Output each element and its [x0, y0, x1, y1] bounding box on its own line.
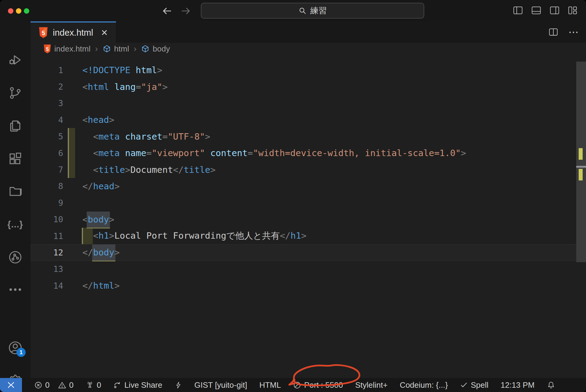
search-icon	[298, 7, 307, 15]
code-line[interactable]: 5 <meta charset="UTF-8">	[31, 128, 576, 145]
circle-slash-icon	[293, 381, 301, 389]
code-line[interactable]: 12</body>	[31, 244, 576, 261]
notifications-status[interactable]	[547, 381, 555, 389]
line-number: 1	[31, 66, 63, 75]
remote-icon	[7, 381, 15, 389]
lightning-bolt-icon	[175, 381, 182, 389]
debug-icon	[8, 53, 23, 67]
line-number: 3	[31, 98, 63, 108]
activity-bar: {...} 1	[0, 21, 31, 378]
panel-left-icon	[513, 6, 523, 15]
line-number: 10	[31, 215, 63, 224]
line-number: 13	[31, 264, 63, 274]
code-line[interactable]: 2<html lang="ja">	[31, 78, 576, 95]
breadcrumb-item-body[interactable]: body	[141, 44, 170, 54]
symbol-cube-icon	[141, 45, 150, 53]
toggle-primary-sidebar-button[interactable]	[513, 5, 523, 16]
toggle-secondary-sidebar-button[interactable]	[549, 5, 560, 16]
code-line[interactable]: 7 <title>Document</title>	[31, 161, 576, 178]
stylelint-status[interactable]: Stylelint+	[355, 380, 388, 390]
stylelint-label: Stylelint+	[355, 380, 388, 390]
more-actions-button[interactable]: ⋯	[568, 26, 579, 38]
close-window-button[interactable]	[8, 8, 13, 14]
split-editor-icon	[549, 28, 558, 36]
ports-status[interactable]: 0	[86, 380, 101, 390]
html5-file-icon: 5	[38, 27, 48, 38]
code-line[interactable]: 14</html>	[31, 277, 576, 294]
problems-status[interactable]: 0 0	[34, 380, 74, 390]
toggle-panel-button[interactable]	[531, 5, 541, 16]
command-center-search[interactable]: 練習	[201, 3, 424, 19]
minimize-window-button[interactable]	[16, 8, 21, 14]
code-text: </body>	[63, 247, 120, 258]
code-editor[interactable]: 1<!DOCTYPE html>2<html lang="ja">34<head…	[31, 55, 586, 378]
chevron-right-icon: ›	[133, 44, 137, 54]
spell-status[interactable]: Spell	[460, 380, 488, 390]
clock-status[interactable]: 12:13 PM	[501, 380, 534, 390]
live-share-label: Live Share	[124, 380, 162, 390]
language-mode-status[interactable]: HTML	[259, 380, 281, 390]
code-line[interactable]: 13	[31, 261, 576, 277]
run-and-debug-button[interactable]	[0, 52, 31, 68]
breadcrumb-body-label: body	[153, 44, 170, 54]
line-number: 11	[31, 231, 63, 241]
folder-view-button[interactable]	[0, 183, 31, 199]
port-label: Port : 5500	[304, 380, 343, 390]
live-share-status[interactable]: Live Share	[113, 380, 162, 390]
search-value: 練習	[310, 5, 327, 16]
codeium-status[interactable]: Codeium: {...}	[400, 380, 448, 390]
split-editor-button[interactable]	[549, 28, 558, 36]
code-line[interactable]: 10<body>	[31, 211, 576, 228]
code-line[interactable]: 3	[31, 95, 576, 112]
extensions-button[interactable]	[0, 151, 31, 166]
breadcrumb-item-file[interactable]: 5 index.html	[43, 44, 91, 54]
json-tools-button[interactable]: {...}	[0, 216, 31, 232]
close-tab-icon[interactable]: ✕	[101, 28, 108, 38]
source-control-button[interactable]	[0, 85, 31, 101]
navigate-back-button[interactable]	[161, 5, 173, 17]
radio-tower-icon	[86, 381, 94, 389]
tab-index-html[interactable]: 5 index.html ✕	[31, 21, 116, 43]
arrow-left-icon	[161, 5, 172, 16]
error-count: 0	[45, 380, 49, 390]
code-text: <html lang="ja">	[63, 82, 168, 92]
code-text: </html>	[63, 280, 120, 291]
arrow-right-icon	[180, 5, 191, 16]
customize-layout-button[interactable]	[568, 5, 578, 16]
share-circle-button[interactable]	[0, 249, 31, 265]
check-icon	[460, 381, 468, 389]
svg-text:5: 5	[42, 30, 45, 36]
port-status[interactable]: Port : 5500	[293, 380, 343, 390]
code-text: <head>	[63, 115, 114, 125]
line-number: 7	[31, 165, 63, 174]
ruler-modified-marker	[579, 148, 583, 160]
line-number: 9	[31, 198, 63, 208]
code-line[interactable]: 4<head>	[31, 112, 576, 128]
bolt-status[interactable]	[175, 381, 182, 389]
scrollbar-slider[interactable]	[576, 62, 586, 262]
accounts-button[interactable]: 1	[0, 340, 31, 356]
code-line[interactable]: 9	[31, 194, 576, 211]
chevron-right-icon: ›	[95, 44, 99, 54]
code-text: <title>Document</title>	[63, 165, 216, 175]
breadcrumb-html-label: html	[114, 44, 129, 54]
code-line[interactable]: 8</head>	[31, 178, 576, 194]
language-label: HTML	[259, 380, 281, 390]
code-line[interactable]: 11 <h1>Local Port Forwardingで他人と共有</h1>	[31, 228, 576, 244]
code-line[interactable]: 1<!DOCTYPE html>	[31, 62, 576, 78]
zoom-window-button[interactable]	[24, 8, 29, 14]
breadcrumb-item-html[interactable]: html	[103, 44, 129, 54]
code-lines: 1<!DOCTYPE html>2<html lang="ja">34<head…	[31, 62, 576, 294]
code-text: <meta name="viewport" content="width=dev…	[63, 148, 466, 158]
remote-indicator-button[interactable]	[0, 378, 22, 392]
tab-label: index.html	[53, 28, 93, 38]
breadcrumb: 5 index.html › html › body	[31, 43, 586, 55]
code-line[interactable]: 6 <meta name="viewport" content="width=d…	[31, 145, 576, 161]
navigate-forward-button[interactable]	[179, 5, 192, 17]
breadcrumb-file-label: index.html	[54, 44, 91, 54]
explorer-button[interactable]	[0, 118, 31, 134]
status-bar: 0 0 0 Live Share GIST [yuito-git] HTML P…	[0, 378, 586, 392]
title-bar: 練習	[0, 0, 586, 21]
additional-views-button[interactable]	[0, 282, 31, 298]
gist-status[interactable]: GIST [yuito-git]	[194, 380, 247, 390]
